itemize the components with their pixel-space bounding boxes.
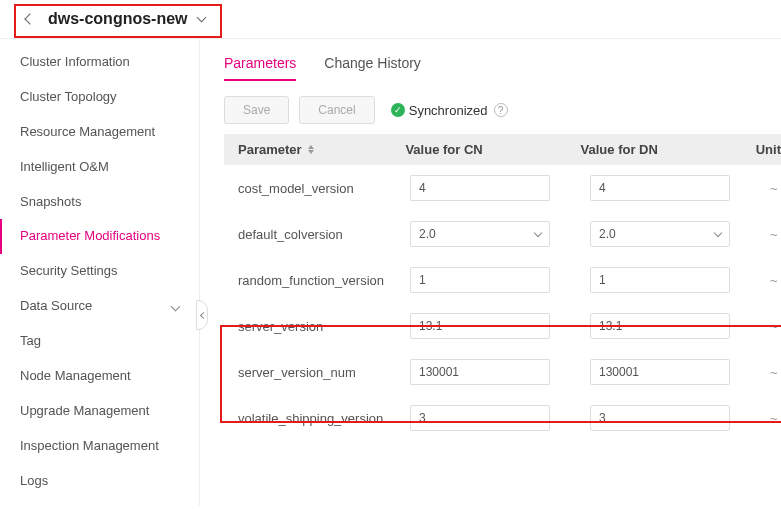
- value-dn-input[interactable]: [590, 313, 730, 339]
- select-value: 2.0: [599, 227, 616, 241]
- table-row: server_version_num~: [224, 349, 781, 395]
- sidebar-item-cluster-information[interactable]: Cluster Information: [0, 45, 199, 80]
- value-dn-cell: 2.0: [584, 221, 764, 247]
- param-name: volatile_shipping_version: [224, 411, 404, 426]
- table-row: volatile_shipping_version~: [224, 395, 781, 441]
- value-dn-cell: [584, 313, 764, 339]
- value-cn-cell: 2.0: [404, 221, 584, 247]
- cluster-title-text: dws-congnos-new: [48, 10, 188, 27]
- param-name: server_version_num: [224, 365, 404, 380]
- value-cn-input[interactable]: [410, 359, 550, 385]
- value-dn-cell: [584, 405, 764, 431]
- sidebar-item-label: Cluster Information: [20, 54, 130, 71]
- table-row: random_function_version~: [224, 257, 781, 303]
- col-header-dn: Value for DN: [575, 142, 750, 157]
- sidebar-item-label: Cluster Topology: [20, 89, 117, 106]
- check-circle-icon: ✓: [391, 103, 405, 117]
- chevron-down-icon: [714, 229, 722, 237]
- table-header-row: Parameter Value for CN Value for DN Unit: [224, 134, 781, 165]
- sidebar-item-node-management[interactable]: Node Management: [0, 359, 199, 394]
- cluster-title[interactable]: dws-congnos-new: [48, 10, 205, 28]
- help-icon[interactable]: ?: [494, 103, 508, 117]
- col-header-unit: Unit: [750, 142, 781, 157]
- value-cn-cell: [404, 405, 584, 431]
- sidebar-item-label: Snapshots: [20, 194, 81, 211]
- cancel-button[interactable]: Cancel: [299, 96, 374, 124]
- value-dn-input[interactable]: [590, 405, 730, 431]
- sidebar-item-label: Node Management: [20, 368, 131, 385]
- parameters-table: Parameter Value for CN Value for DN Unit…: [224, 134, 781, 441]
- sidebar: Cluster Information Cluster Topology Res…: [0, 39, 200, 506]
- col-header-parameter[interactable]: Parameter: [224, 142, 399, 157]
- sort-icon: [308, 145, 314, 154]
- sidebar-item-data-source[interactable]: Data Source: [0, 289, 199, 324]
- sidebar-item-label: Inspection Management: [20, 438, 159, 455]
- sidebar-item-snapshots[interactable]: Snapshots: [0, 185, 199, 220]
- value-cn-cell: [404, 313, 584, 339]
- value-dn-cell: [584, 175, 764, 201]
- sidebar-item-resource-management[interactable]: Resource Management: [0, 115, 199, 150]
- sync-status: ✓ Synchronized ?: [391, 103, 508, 118]
- value-dn-input[interactable]: [590, 267, 730, 293]
- col-header-label: Parameter: [238, 142, 302, 157]
- sidebar-item-parameter-modifications[interactable]: Parameter Modifications: [0, 219, 199, 254]
- unit-cell: ~: [764, 319, 781, 334]
- layout: Cluster Information Cluster Topology Res…: [0, 39, 781, 506]
- value-cn-select[interactable]: 2.0: [410, 221, 550, 247]
- chevron-left-icon: [199, 311, 206, 318]
- select-value: 2.0: [419, 227, 436, 241]
- chevron-down-icon: [534, 229, 542, 237]
- value-cn-input[interactable]: [410, 267, 550, 293]
- col-header-cn: Value for CN: [399, 142, 574, 157]
- sidebar-item-tag[interactable]: Tag: [0, 324, 199, 359]
- sidebar-item-label: Logs: [20, 473, 48, 490]
- param-name: random_function_version: [224, 273, 404, 288]
- sidebar-item-inspection-management[interactable]: Inspection Management: [0, 429, 199, 464]
- value-dn-input[interactable]: [590, 175, 730, 201]
- sidebar-item-upgrade-management[interactable]: Upgrade Management: [0, 394, 199, 429]
- main-panel: Parameters Change History Save Cancel ✓ …: [200, 39, 781, 506]
- table-body: cost_model_version~default_colversion2.0…: [224, 165, 781, 441]
- tab-change-history[interactable]: Change History: [324, 55, 421, 81]
- sidebar-item-cluster-topology[interactable]: Cluster Topology: [0, 80, 199, 115]
- sidebar-item-label: Resource Management: [20, 124, 155, 141]
- unit-cell: ~: [764, 273, 781, 288]
- sidebar-collapse-handle[interactable]: [196, 300, 208, 330]
- page-header: dws-congnos-new: [0, 0, 781, 39]
- table-row: cost_model_version~: [224, 165, 781, 211]
- table-row: server_version~: [224, 303, 781, 349]
- sidebar-item-label: Security Settings: [20, 263, 118, 280]
- value-dn-cell: [584, 267, 764, 293]
- value-dn-input[interactable]: [590, 359, 730, 385]
- unit-cell: ~: [764, 181, 781, 196]
- table-row: default_colversion2.02.0~: [224, 211, 781, 257]
- tabs: Parameters Change History: [224, 55, 781, 82]
- value-cn-input[interactable]: [410, 313, 550, 339]
- value-cn-cell: [404, 359, 584, 385]
- sync-status-label: Synchronized: [409, 103, 488, 118]
- sidebar-item-intelligent-om[interactable]: Intelligent O&M: [0, 150, 199, 185]
- back-icon[interactable]: [24, 13, 35, 24]
- unit-cell: ~: [764, 227, 781, 242]
- param-name: server_version: [224, 319, 404, 334]
- unit-cell: ~: [764, 411, 781, 426]
- tab-parameters[interactable]: Parameters: [224, 55, 296, 81]
- save-button[interactable]: Save: [224, 96, 289, 124]
- value-dn-cell: [584, 359, 764, 385]
- sidebar-item-label: Upgrade Management: [20, 403, 149, 420]
- sidebar-item-logs[interactable]: Logs: [0, 464, 199, 499]
- sidebar-item-security-settings[interactable]: Security Settings: [0, 254, 199, 289]
- value-cn-input[interactable]: [410, 405, 550, 431]
- value-cn-cell: [404, 175, 584, 201]
- toolbar: Save Cancel ✓ Synchronized ?: [224, 96, 781, 124]
- sidebar-item-label: Data Source: [20, 298, 92, 315]
- value-cn-input[interactable]: [410, 175, 550, 201]
- sidebar-item-label: Intelligent O&M: [20, 159, 109, 176]
- value-cn-cell: [404, 267, 584, 293]
- value-dn-select[interactable]: 2.0: [590, 221, 730, 247]
- param-name: default_colversion: [224, 227, 404, 242]
- sidebar-item-user-management[interactable]: User Management: [0, 499, 199, 506]
- sidebar-item-label: Parameter Modifications: [20, 228, 160, 245]
- sidebar-item-label: Tag: [20, 333, 41, 350]
- chevron-down-icon: [171, 302, 181, 312]
